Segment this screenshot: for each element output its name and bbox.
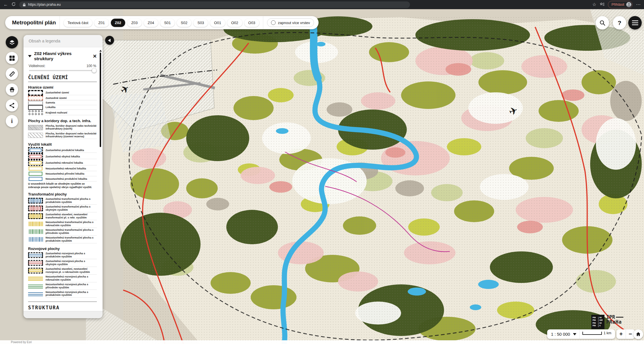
- home-icon: [636, 332, 641, 337]
- legend-group-rows: Zastavitelná transformační plocha s prod…: [28, 197, 97, 243]
- divider: [28, 302, 97, 302]
- tab-s03[interactable]: S03: [193, 19, 208, 27]
- legend-swatch: [28, 260, 43, 266]
- legend-item-label: Zastavitelná transformační plocha s obyt…: [46, 205, 97, 212]
- browser-menu-icon[interactable]: ⋯: [636, 2, 641, 7]
- chevron-down-icon[interactable]: [28, 55, 32, 57]
- close-icon[interactable]: ✕: [93, 54, 97, 59]
- login-button[interactable]: Přihlásit: [608, 1, 633, 8]
- legend-swatch: [28, 90, 43, 96]
- avatar: [626, 2, 631, 7]
- scale-value[interactable]: 1 : 50 000: [551, 332, 570, 337]
- ipr-logo-row: PRAG: [592, 325, 603, 327]
- search-button[interactable]: [596, 16, 609, 30]
- radio-icon: [271, 20, 276, 25]
- scrollbar-thumb[interactable]: [100, 52, 101, 147]
- layers-tool-button[interactable]: [6, 36, 18, 48]
- tab-z02[interactable]: Z02: [111, 19, 125, 27]
- legend-item: Zastavitelná stavební, nestavební transf…: [28, 212, 97, 220]
- legend-group: Rozvojové plochy Zastavitelná rozvojová …: [28, 247, 97, 298]
- legend-item: Zastavitelná produkční lokalita: [28, 147, 97, 153]
- info-icon: i: [11, 118, 13, 124]
- legend-item: Nezastavitelná rozvojová plocha s rekrea…: [28, 275, 97, 282]
- tab-s02[interactable]: S02: [177, 19, 191, 27]
- print-tool-button[interactable]: [6, 83, 18, 96]
- ipr-logo-row: PRAGUE: [592, 319, 603, 322]
- collapse-panel-button[interactable]: [105, 36, 114, 45]
- legend-item: Zastavitelná transformační plocha s obyt…: [28, 205, 97, 212]
- tab-textová-část[interactable]: Textová část: [64, 19, 92, 27]
- ipr-brand-bottom: PRaHa: [606, 320, 623, 325]
- legend-item-label: Nezastavitelná rozvojová plocha s rekrea…: [46, 275, 97, 282]
- visibility-slider[interactable]: [29, 70, 96, 71]
- chevron-left-icon: [108, 39, 111, 42]
- legend-item-label: Nezastavitelná přírodní lokalita: [46, 171, 97, 176]
- tab-z01[interactable]: Z01: [94, 19, 109, 27]
- basemap-tool-button[interactable]: [6, 52, 18, 64]
- refresh-icon[interactable]: [11, 2, 16, 7]
- help-button[interactable]: ?: [613, 16, 626, 30]
- layers-toggle[interactable]: zapnout více vrstev: [267, 18, 314, 27]
- legend-group-rows: Plocha, koridor dopravní nebo technické …: [28, 124, 97, 139]
- tab-o01[interactable]: O01: [210, 19, 225, 27]
- legend-swatch: [28, 268, 43, 273]
- tab-z04[interactable]: Z04: [144, 19, 158, 27]
- legend-group: Hranice území Zastavitelné území Zastavě…: [28, 85, 97, 116]
- legend-item-label: Nezastavitelná transformační plocha s př…: [46, 228, 97, 236]
- legend-item-label: Zastavitelné území: [46, 91, 97, 95]
- legend-swatch: [28, 198, 43, 204]
- measure-tool-button[interactable]: [6, 68, 18, 80]
- slider-knob[interactable]: [92, 69, 96, 73]
- legend-swatch: [28, 176, 43, 181]
- tab-o02[interactable]: O02: [227, 19, 242, 27]
- legend-group: Transformační plochy Zastavitelná transf…: [28, 192, 97, 243]
- header-divider-1: [60, 16, 60, 29]
- scale-dropdown-icon[interactable]: [573, 333, 576, 335]
- scroll-up-icon[interactable]: [99, 50, 102, 52]
- panel-scrollbar[interactable]: [99, 50, 101, 147]
- panel-title: Obsah a legenda: [23, 35, 103, 47]
- ipr-logo-box: PRAHAPRAGUEPRAGAPRAG: [591, 315, 604, 329]
- zoom-in-button[interactable]: +: [616, 329, 626, 339]
- tab-s01[interactable]: S01: [160, 19, 175, 27]
- legend-item: Zastavitelná rozvojová plocha s produkčn…: [28, 251, 97, 259]
- legend-item-label: Zastavitelná obytná lokalita: [46, 154, 97, 159]
- lock-icon: [23, 3, 26, 7]
- home-button[interactable]: [633, 329, 643, 339]
- legend-item-label: Nezastavitelná rozvojová plocha s přírod…: [46, 282, 97, 290]
- app-header: Metropolitní plán Textová částZ01Z02Z03Z…: [5, 16, 319, 29]
- legend-group-rows: Zastavitelná rozvojová plocha s produkčn…: [28, 251, 97, 298]
- menu-icon: [632, 20, 638, 25]
- bookmarks-list-icon[interactable]: [600, 2, 604, 7]
- legend-swatch: [28, 101, 43, 105]
- share-tool-button[interactable]: [6, 99, 18, 112]
- search-icon: [599, 20, 606, 26]
- app-window: ← https://plan.praha.eu ☆ Přihlásit ⋯: [0, 0, 644, 344]
- grid-icon: [9, 55, 15, 61]
- legend-item-label: Zastavitelná rozvojová plocha s obytným …: [46, 259, 97, 267]
- back-icon[interactable]: ←: [3, 2, 8, 7]
- scalebar-label: 1 km: [604, 331, 611, 335]
- legend-item-label: Nezastavitelná produkční lokalita: [46, 177, 97, 181]
- address-bar[interactable]: https://plan.praha.eu: [19, 1, 410, 8]
- header-tabs: Textová částZ01Z02Z03Z04S01S02S03O01O02O…: [64, 19, 259, 27]
- legend-item: Nezastavitelná transformační plocha s re…: [28, 220, 97, 228]
- legend-item-label: Zastavitelná produkční lokalita: [46, 148, 97, 153]
- legend-item: Zastavitelná obytná lokalita: [28, 153, 97, 160]
- main-menu-button[interactable]: [628, 16, 642, 30]
- bookmark-star-icon[interactable]: ☆: [592, 2, 596, 7]
- tab-o03[interactable]: O03: [244, 19, 260, 27]
- legend-item: Zastavitelné území: [28, 90, 97, 96]
- legend-swatch: [28, 147, 43, 153]
- legend-note: U sousedních lokalit se shodným využitím…: [28, 182, 97, 189]
- tab-z03[interactable]: Z03: [127, 19, 142, 27]
- legend-group-rows: Zastavitelná produkční lokalita Zastavit…: [28, 147, 97, 181]
- legend-swatch: [28, 160, 43, 166]
- legend-item: Nezastavitelná rekreační lokalita: [28, 166, 97, 171]
- share-icon: [9, 103, 15, 108]
- legend-item: Nezastavitelná produkční lokalita: [28, 176, 97, 181]
- ipr-logo-row: PRAGA: [592, 322, 603, 325]
- legend-item-label: Zastavitelná rekreační lokalita: [46, 161, 97, 165]
- legend-swatch: [28, 125, 43, 130]
- info-tool-button[interactable]: i: [6, 115, 18, 127]
